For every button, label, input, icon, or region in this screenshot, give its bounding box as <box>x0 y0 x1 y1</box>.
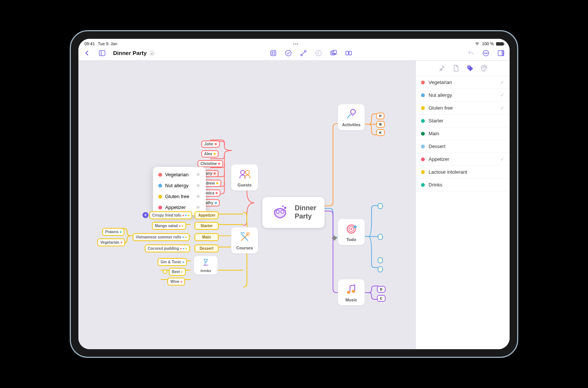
status-date: Tue 9. Jan <box>98 41 118 46</box>
dish-item[interactable]: Vietnamese summer rolls <box>133 233 190 241</box>
dish-item[interactable]: Wine <box>167 278 185 286</box>
svg-point-26 <box>240 170 245 174</box>
dish-item[interactable]: Coconut pudding <box>145 244 190 252</box>
todo-item[interactable] <box>378 266 383 272</box>
dish-sub-item[interactable]: Prawns <box>102 228 124 236</box>
guests-node[interactable]: Guests <box>231 164 258 191</box>
tag-color-dot <box>421 93 425 97</box>
svg-point-9 <box>305 50 306 52</box>
collapse-toggle[interactable] <box>163 269 167 274</box>
todo-item[interactable] <box>378 234 383 240</box>
document-tab-icon[interactable] <box>452 64 459 72</box>
eye-icon[interactable]: 👁 <box>196 172 201 177</box>
mindmap-canvas[interactable]: DinnerParty Guests John Alex Christine L… <box>78 61 415 349</box>
svg-point-6 <box>272 53 273 54</box>
tag-label: Lactose intolerant <box>429 169 504 175</box>
images-icon[interactable] <box>329 49 338 57</box>
tag-row[interactable]: Lactose intolerant <box>416 166 510 179</box>
sidebar-toggle-icon[interactable] <box>98 49 106 57</box>
dish-item[interactable]: Crispy fried tofu <box>149 211 192 219</box>
tag-color-dot <box>421 106 425 110</box>
checkmark-circle-icon[interactable] <box>284 49 292 57</box>
svg-point-32 <box>351 228 352 230</box>
activity-item[interactable]: K <box>376 129 385 136</box>
course-item[interactable]: Dessert <box>194 244 219 252</box>
tag-row[interactable]: Drinks <box>416 179 510 191</box>
svg-point-3 <box>272 52 273 52</box>
svg-point-4 <box>274 53 274 54</box>
dice-icon[interactable] <box>269 49 277 57</box>
course-item[interactable]: Appetizer <box>194 211 219 219</box>
dish-item[interactable]: Gin & Tonic <box>158 258 187 266</box>
popup-item[interactable]: Nut allergy👁 <box>153 180 206 191</box>
tag-color-dot <box>421 170 425 174</box>
svg-rect-2 <box>271 50 276 55</box>
dish-sub-item[interactable]: Vegetarian <box>97 238 125 246</box>
toolbar: Dinner Party ⌄ <box>78 47 510 61</box>
tag-label: Vegetarian <box>429 79 496 85</box>
screen: 09:41 Tue 9. Jan 100 % Dinner Party ⌄ <box>78 39 510 349</box>
add-button[interactable]: + <box>142 212 149 218</box>
tag-row[interactable]: Vegetarian✓ <box>416 76 510 89</box>
tag-row[interactable]: Appetizer✓ <box>416 153 510 166</box>
guest-item[interactable]: John <box>201 141 220 148</box>
svg-point-8 <box>301 54 302 55</box>
svg-point-29 <box>351 109 355 114</box>
course-item[interactable]: Starter <box>194 222 219 230</box>
inspector-panel: Vegetarian✓Nut allergy✓Gluten free✓Start… <box>415 61 510 349</box>
music-item[interactable]: C <box>377 295 386 302</box>
battery-percent: 100 % <box>482 41 494 46</box>
activities-node[interactable]: Activities <box>338 104 365 130</box>
eye-icon[interactable]: 👁 <box>196 194 201 199</box>
guest-item[interactable]: Christine <box>198 160 223 167</box>
svg-point-25 <box>282 205 283 207</box>
popup-item[interactable]: Vegetarian👁 <box>153 169 206 180</box>
document-title[interactable]: Dinner Party ⌄ <box>113 50 155 56</box>
undo-icon[interactable] <box>467 49 475 57</box>
music-node[interactable]: Music <box>338 279 365 306</box>
tag-color-dot <box>421 157 425 161</box>
chevron-down-icon[interactable]: ⌄ <box>149 50 155 56</box>
center-node[interactable]: DinnerParty <box>262 197 325 228</box>
dish-item[interactable]: Mango salad <box>152 222 186 230</box>
course-item[interactable]: Main <box>194 233 219 241</box>
tag-row[interactable]: Main <box>416 127 510 140</box>
tag-row[interactable]: Gluten free✓ <box>416 102 510 115</box>
back-circle-icon[interactable] <box>314 49 323 57</box>
panel-right-icon[interactable] <box>497 49 505 57</box>
layout-icon[interactable] <box>345 49 353 57</box>
tag-row[interactable]: Starter <box>416 115 510 127</box>
svg-point-34 <box>352 290 355 293</box>
music-item[interactable]: D <box>377 286 386 293</box>
svg-point-23 <box>281 210 284 213</box>
svg-rect-21 <box>502 50 504 55</box>
svg-rect-0 <box>100 50 105 55</box>
tag-row[interactable]: Dessert <box>416 140 510 153</box>
todo-item[interactable] <box>378 203 383 209</box>
tag-tab-icon[interactable] <box>466 64 474 72</box>
more-icon[interactable] <box>482 49 490 57</box>
eye-icon[interactable]: 👁 <box>196 205 201 210</box>
dish-item[interactable]: Beer <box>169 268 186 276</box>
todo-item[interactable] <box>378 257 383 263</box>
activity-item[interactable]: B <box>376 121 385 128</box>
svg-point-10 <box>315 50 321 56</box>
todo-node[interactable]: Todo <box>338 219 365 245</box>
guest-item[interactable]: Alex <box>201 150 219 157</box>
activity-item[interactable]: P <box>376 113 384 119</box>
tag-label: Nut allergy <box>429 92 496 98</box>
popup-item[interactable]: Gluten free👁 <box>153 191 206 202</box>
palette-tab-icon[interactable] <box>481 64 488 72</box>
connection-icon[interactable] <box>299 49 308 57</box>
course-item[interactable]: Drinks <box>194 256 218 275</box>
svg-point-36 <box>482 67 483 68</box>
tags-popup[interactable]: Vegetarian👁 Nut allergy👁 Gluten free👁 Ap… <box>153 167 206 215</box>
back-button[interactable] <box>83 49 91 57</box>
pin-tab-icon[interactable] <box>438 64 445 72</box>
courses-node[interactable]: Courses <box>231 227 258 254</box>
check-icon: ✓ <box>500 156 504 162</box>
tag-row[interactable]: Nut allergy✓ <box>416 89 510 102</box>
expand-toggle[interactable] <box>332 235 337 241</box>
tag-label: Starter <box>429 118 504 124</box>
eye-icon[interactable]: 👁 <box>196 183 201 188</box>
